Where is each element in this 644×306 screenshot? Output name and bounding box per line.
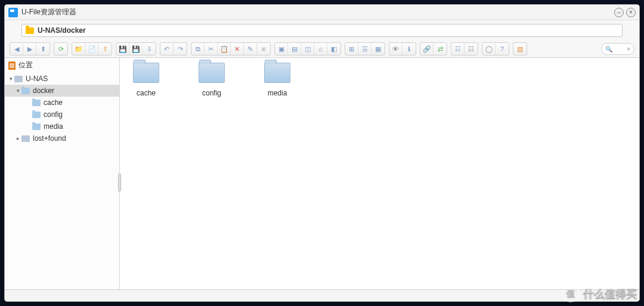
sync-icon: ⇄ [438, 46, 443, 52]
forward-icon: ▶ [27, 46, 32, 52]
help-icon: ? [500, 46, 504, 52]
new-folder-icon: 📁 [75, 46, 83, 52]
body: 位置 ▾U-NAS▾dockercacheconfigmedia▸lost+fo… [5, 57, 639, 289]
download-button[interactable]: ⇩ [143, 43, 156, 55]
folder-item-cache[interactable]: cache [128, 63, 164, 97]
help-button[interactable]: ? [496, 43, 509, 55]
tree-item-media[interactable]: media [5, 120, 119, 132]
minimize-button[interactable]: – [614, 8, 624, 17]
archive-4-button[interactable]: ⌂ [314, 43, 327, 55]
palette-button[interactable]: ▧ [513, 43, 527, 55]
refresh-button[interactable]: ⟳ [54, 43, 67, 55]
info-button[interactable]: ℹ [402, 43, 416, 55]
toolbar-group-nav: ◀▶⬆ [10, 42, 50, 55]
folder-icon [199, 63, 225, 83]
sidebar: 位置 ▾U-NAS▾dockercacheconfigmedia▸lost+fo… [5, 58, 120, 289]
tree-item-label: docker [33, 86, 54, 95]
copy-button[interactable]: ⧉ [191, 43, 205, 55]
toolbar-group-new: 📁📄⇧ [72, 42, 112, 55]
tree-item-config[interactable]: config [5, 109, 119, 120]
palette-icon: ▧ [517, 46, 523, 52]
redo-button[interactable]: ↷ [174, 43, 187, 55]
archive-5-button[interactable]: ◧ [327, 43, 340, 55]
expand-icon[interactable]: ▾ [7, 76, 14, 82]
titlebar[interactable]: U-File资源管理器 – × [5, 5, 639, 20]
cut-icon: ✂ [208, 46, 213, 52]
view-icons-button[interactable]: ⊞ [345, 43, 358, 55]
toolbar-group-visibility: 👁ℹ [389, 42, 416, 55]
share-button[interactable]: 🔗 [420, 43, 434, 55]
folder-item-config[interactable]: config [194, 63, 230, 97]
tree-item-lostfound[interactable]: ▸lost+found [5, 132, 119, 144]
toolbar: ◀▶⬆⟳📁📄⇧💾💾⇩↶↷⧉✂📋✕✎≡▣▤◫⌂◧⊞☰▦👁ℹ🔗⇄☷☷◯?▧ 🔍 × [5, 41, 639, 57]
tree-item-label: config [44, 110, 63, 119]
content-pane[interactable]: cacheconfigmedia [120, 58, 639, 289]
new-folder-button[interactable]: 📁 [72, 43, 85, 55]
settings-button[interactable]: ◯ [482, 43, 496, 55]
view-details-button[interactable]: ▦ [371, 43, 385, 55]
search-box[interactable]: 🔍 × [601, 43, 634, 55]
toolbar-group-share: 🔗⇄ [420, 42, 447, 55]
paste-icon: 📋 [220, 46, 228, 52]
tree-item-unas[interactable]: ▾U-NAS [5, 73, 119, 85]
rename-button[interactable]: ✎ [244, 43, 257, 55]
expand-icon[interactable]: ▸ [14, 135, 21, 141]
tree-item-cache[interactable]: cache [5, 97, 119, 109]
tree-item-docker[interactable]: ▾docker [5, 85, 119, 97]
close-button[interactable]: × [626, 8, 636, 17]
tree: ▾U-NAS▾dockercacheconfigmedia▸lost+found [5, 73, 119, 144]
upload-button[interactable]: ⇧ [98, 43, 112, 55]
preview-button[interactable]: 👁 [389, 43, 402, 55]
toolbar-group-misc: ▧ [513, 42, 527, 55]
extract-button[interactable]: ▤ [288, 43, 301, 55]
view-icons-icon: ⊞ [349, 46, 354, 52]
path-text: U-NAS/docker [38, 26, 86, 35]
folder-icon [26, 27, 34, 34]
save-icon: 💾 [119, 46, 127, 52]
preview-icon: 👁 [392, 46, 399, 52]
save-as-icon: 💾 [132, 46, 140, 52]
undo-button[interactable]: ↶ [160, 43, 174, 55]
sort-asc-button[interactable]: ☷ [451, 43, 465, 55]
delete-button[interactable]: ✕ [231, 43, 244, 55]
splitter-handle[interactable] [118, 174, 121, 191]
compress-button[interactable]: ▣ [275, 43, 288, 55]
archive-4-icon: ⌂ [318, 46, 323, 52]
clear-search-icon[interactable]: × [627, 46, 630, 52]
paste-button[interactable]: 📋 [218, 43, 231, 55]
cut-button[interactable]: ✂ [205, 43, 218, 55]
save-as-button[interactable]: 💾 [129, 43, 143, 55]
sidebar-header: 位置 [5, 58, 119, 73]
window-title: U-File资源管理器 [21, 7, 612, 17]
tree-item-label: U-NAS [26, 75, 48, 83]
folder-icon [32, 123, 41, 130]
drive-icon [21, 135, 30, 142]
toolbar-group-sort: ☷☷ [451, 42, 478, 55]
up-button[interactable]: ⬆ [36, 43, 49, 55]
folder-icon [133, 63, 159, 83]
archive-3-button[interactable]: ◫ [301, 43, 314, 55]
back-icon: ◀ [14, 46, 19, 52]
toolbar-group-disk: 💾💾⇩ [116, 42, 156, 55]
toolbar-group-refresh: ⟳ [54, 42, 68, 55]
info-icon: ℹ [408, 46, 410, 52]
app-window: U-File资源管理器 – × U-NAS/docker ◀▶⬆⟳📁📄⇧💾💾⇩↶… [4, 4, 640, 302]
new-file-button[interactable]: 📄 [85, 43, 98, 55]
folder-item-media[interactable]: media [259, 63, 295, 97]
sort-desc-button[interactable]: ☷ [465, 43, 478, 55]
forward-button[interactable]: ▶ [23, 43, 36, 55]
extract-icon: ▤ [292, 46, 298, 52]
drive-icon [14, 76, 23, 82]
rename-icon: ✎ [247, 46, 253, 52]
search-icon: 🔍 [605, 46, 612, 52]
properties-button[interactable]: ≡ [257, 43, 270, 55]
upload-icon: ⇧ [103, 46, 108, 52]
delete-icon: ✕ [234, 46, 240, 52]
view-list-button[interactable]: ☰ [358, 43, 371, 55]
toolbar-group-edit: ⧉✂📋✕✎≡ [191, 42, 271, 55]
save-button[interactable]: 💾 [116, 43, 129, 55]
path-field[interactable]: U-NAS/docker [21, 24, 623, 37]
back-button[interactable]: ◀ [10, 43, 23, 55]
sync-button[interactable]: ⇄ [434, 43, 447, 55]
expand-icon[interactable]: ▾ [14, 88, 21, 94]
